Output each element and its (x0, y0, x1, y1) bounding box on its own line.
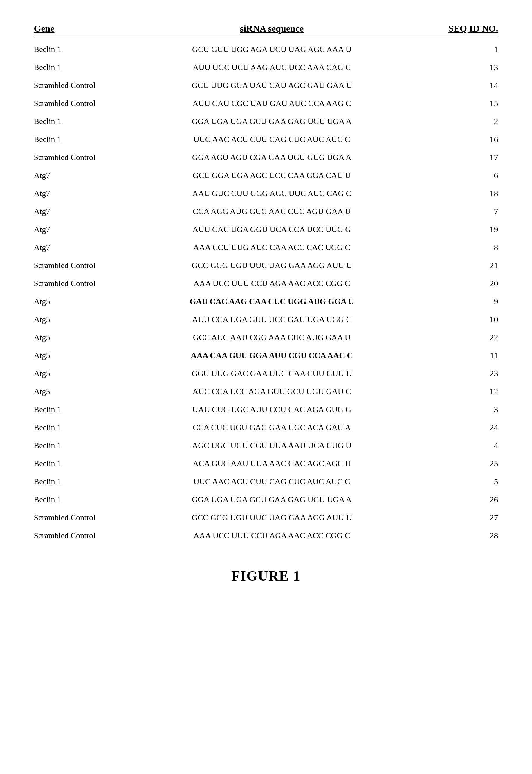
cell-seqid: 7 (417, 205, 498, 218)
cell-gene: Beclin 1 (34, 61, 127, 74)
cell-seqid: 9 (417, 295, 498, 308)
cell-sirna: GGA AGU AGU CGA GAA UGU GUG UGA A (127, 151, 417, 164)
cell-gene: Atg5 (34, 385, 127, 398)
table-row: Beclin 1UUC AAC ACU CUU CAG CUC AUC AUC … (34, 130, 498, 148)
cell-seqid: 22 (417, 331, 498, 344)
cell-sirna: AAA UCC UUU CCU AGA AAC ACC CGG C (127, 529, 417, 542)
cell-sirna: GCC GGG UGU UUC UAG GAA AGG AUU U (127, 511, 417, 524)
cell-gene: Scrambled Control (34, 79, 127, 92)
table-row: Scrambled ControlAUU CAU CGC UAU GAU AUC… (34, 94, 498, 112)
cell-gene: Beclin 1 (34, 43, 127, 56)
cell-seqid: 20 (417, 277, 498, 290)
table-row: Beclin 1AUU UGC UCU AAG AUC UCC AAA CAG … (34, 58, 498, 76)
cell-sirna: GGU UUG GAC GAA UUC CAA CUU GUU U (127, 367, 417, 380)
cell-seqid: 27 (417, 511, 498, 524)
cell-seqid: 14 (417, 79, 498, 92)
cell-sirna: ACA GUG AAU UUA AAC GAC AGC AGC U (127, 457, 417, 470)
cell-gene: Atg7 (34, 205, 127, 218)
cell-sirna: GGA UGA UGA GCU GAA GAG UGU UGA A (127, 115, 417, 128)
cell-sirna: GCC AUC AAU CGG AAA CUC AUG GAA U (127, 331, 417, 344)
cell-gene: Atg5 (34, 331, 127, 344)
cell-gene: Beclin 1 (34, 493, 127, 506)
cell-gene: Atg5 (34, 313, 127, 326)
table-row: Atg5GGU UUG GAC GAA UUC CAA CUU GUU U23 (34, 364, 498, 382)
table-row: Atg5GAU CAC AAG CAA CUC UGG AUG GGA U9 (34, 292, 498, 310)
table-row: Scrambled ControlAAA UCC UUU CCU AGA AAC… (34, 274, 498, 292)
cell-sirna: GAU CAC AAG CAA CUC UGG AUG GGA U (127, 295, 417, 308)
cell-seqid: 18 (417, 187, 498, 200)
table-row: Atg5AUU CCA UGA GUU UCC GAU UGA UGG C10 (34, 310, 498, 328)
cell-sirna: AAA CCU UUG AUC CAA ACC CAC UGG C (127, 241, 417, 254)
cell-gene: Atg7 (34, 187, 127, 200)
cell-gene: Scrambled Control (34, 151, 127, 164)
cell-sirna: AUU CAU CGC UAU GAU AUC CCA AAG C (127, 97, 417, 110)
cell-gene: Atg7 (34, 223, 127, 236)
cell-seqid: 4 (417, 439, 498, 452)
table-row: Atg7GCU GGA UGA AGC UCC CAA GGA CAU U6 (34, 166, 498, 184)
cell-sirna: AUU CAC UGA GGU UCA CCA UCC UUG G (127, 223, 417, 236)
cell-gene: Atg7 (34, 241, 127, 254)
table-row: Beclin 1ACA GUG AAU UUA AAC GAC AGC AGC … (34, 455, 498, 473)
table-row: Atg5GCC AUC AAU CGG AAA CUC AUG GAA U22 (34, 328, 498, 346)
cell-seqid: 10 (417, 313, 498, 326)
cell-gene: Scrambled Control (34, 529, 127, 542)
cell-seqid: 3 (417, 403, 498, 416)
main-table: Gene siRNA sequence SEQ ID NO. Beclin 1G… (34, 23, 498, 545)
cell-gene: Atg5 (34, 295, 127, 308)
table-row: Atg5AUC CCA UCC AGA GUU GCU UGU GAU C12 (34, 382, 498, 401)
table-row: Beclin 1UUC AAC ACU CUU CAG CUC AUC AUC … (34, 473, 498, 491)
cell-seqid: 1 (417, 43, 498, 56)
table-row: Atg7AAA CCU UUG AUC CAA ACC CAC UGG C8 (34, 238, 498, 256)
cell-gene: Atg5 (34, 367, 127, 380)
cell-seqid: 11 (417, 349, 498, 362)
cell-seqid: 13 (417, 61, 498, 74)
table-row: Beclin 1CCA CUC UGU GAG GAA UGC ACA GAU … (34, 419, 498, 437)
cell-seqid: 23 (417, 367, 498, 380)
table-row: Atg7AUU CAC UGA GGU UCA CCA UCC UUG G19 (34, 220, 498, 238)
cell-sirna: UUC AAC ACU CUU CAG CUC AUC AUC C (127, 133, 417, 146)
table-row: Scrambled ControlGCU UUG GGA UAU CAU AGC… (34, 76, 498, 94)
cell-seqid: 28 (417, 529, 498, 542)
cell-seqid: 21 (417, 259, 498, 272)
cell-gene: Scrambled Control (34, 277, 127, 290)
cell-sirna: AUU CCA UGA GUU UCC GAU UGA UGG C (127, 313, 417, 326)
cell-sirna: UAU CUG UGC AUU CCU CAC AGA GUG G (127, 403, 417, 416)
cell-gene: Beclin 1 (34, 475, 127, 488)
table-row: Scrambled ControlAAA UCC UUU CCU AGA AAC… (34, 527, 498, 545)
table-row: Beclin 1GCU GUU UGG AGA UCU UAG AGC AAA … (34, 40, 498, 58)
cell-gene: Beclin 1 (34, 457, 127, 470)
cell-seqid: 5 (417, 475, 498, 488)
header-seqid: SEQ ID NO. (417, 23, 498, 34)
cell-sirna: AAU GUC CUU GGG AGC UUC AUC CAG C (127, 187, 417, 200)
table-row: Scrambled ControlGCC GGG UGU UUC UAG GAA… (34, 509, 498, 527)
cell-sirna: AUU UGC UCU AAG AUC UCC AAA CAG C (127, 61, 417, 74)
cell-seqid: 17 (417, 151, 498, 164)
cell-sirna: GCU GGA UGA AGC UCC CAA GGA CAU U (127, 169, 417, 182)
cell-sirna: AGC UGC UGU CGU UUA AAU UCA CUG U (127, 439, 417, 452)
cell-sirna: CCA CUC UGU GAG GAA UGC ACA GAU A (127, 421, 417, 434)
cell-seqid: 2 (417, 115, 498, 128)
table-row: Atg7AAU GUC CUU GGG AGC UUC AUC CAG C18 (34, 184, 498, 202)
cell-sirna: GCU GUU UGG AGA UCU UAG AGC AAA U (127, 43, 417, 56)
cell-sirna: UUC AAC ACU CUU CAG CUC AUC AUC C (127, 475, 417, 488)
cell-seqid: 6 (417, 169, 498, 182)
cell-gene: Beclin 1 (34, 439, 127, 452)
cell-seqid: 12 (417, 385, 498, 398)
header-gene: Gene (34, 23, 127, 34)
cell-sirna: GCU UUG GGA UAU CAU AGC GAU GAA U (127, 79, 417, 92)
cell-sirna: AAA UCC UUU CCU AGA AAC ACC CGG C (127, 277, 417, 290)
cell-seqid: 24 (417, 421, 498, 434)
table-header: Gene siRNA sequence SEQ ID NO. (34, 23, 498, 37)
cell-seqid: 19 (417, 223, 498, 236)
table-row: Atg5AAA CAA GUU GGA AUU CGU CCA AAC C11 (34, 346, 498, 364)
cell-sirna: AAA CAA GUU GGA AUU CGU CCA AAC C (127, 349, 417, 362)
table-row: Scrambled ControlGCC GGG UGU UUC UAG GAA… (34, 256, 498, 274)
cell-gene: Beclin 1 (34, 115, 127, 128)
cell-gene: Beclin 1 (34, 133, 127, 146)
table-row: Atg7CCA AGG AUG GUG AAC CUC AGU GAA U7 (34, 202, 498, 220)
cell-gene: Scrambled Control (34, 511, 127, 524)
cell-seqid: 8 (417, 241, 498, 254)
cell-gene: Scrambled Control (34, 259, 127, 272)
cell-seqid: 15 (417, 97, 498, 110)
table-row: Beclin 1UAU CUG UGC AUU CCU CAC AGA GUG … (34, 401, 498, 419)
